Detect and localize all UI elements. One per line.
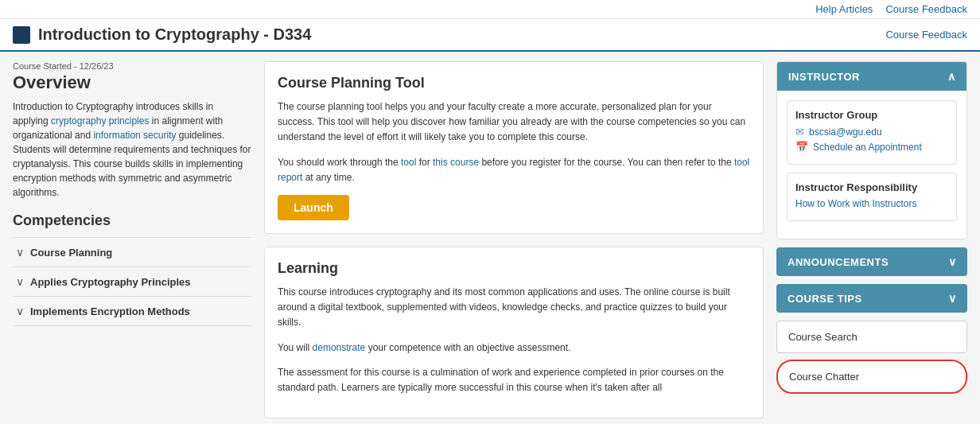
learning-title: Learning — [278, 260, 750, 277]
left-column: Course Started - 12/26/23 Overview Intro… — [13, 61, 251, 418]
instructor-section-header[interactable]: INSTRUCTOR ∧ — [777, 62, 966, 91]
instructor-group-card: Instructor Group ✉ bscsia@wgu.edu 📅 Sche… — [787, 100, 957, 165]
instructor-body: Instructor Group ✉ bscsia@wgu.edu 📅 Sche… — [777, 91, 966, 239]
how-to-work-label: How to Work with Instructors — [795, 198, 916, 209]
competency-item-cryptography[interactable]: ∨ Applies Cryptography Principles — [13, 266, 251, 296]
page-header: Introduction to Cryptography - D334 Cour… — [0, 19, 980, 52]
instructor-responsibility-card: Instructor Responsibility How to Work wi… — [787, 173, 957, 221]
how-to-work-link[interactable]: How to Work with Instructors — [795, 198, 948, 209]
competency-label-course-planning: Course Planning — [30, 247, 112, 259]
schedule-label: Schedule an Appointment — [813, 142, 922, 153]
competency-item-encryption[interactable]: ∨ Implements Encryption Methods — [13, 296, 251, 326]
instructor-email: bscsia@wgu.edu — [809, 126, 882, 138]
learning-text2: You will demonstrate your competence wit… — [278, 340, 750, 356]
chevron-down-icon: ∨ — [16, 305, 24, 317]
learning-section: Learning This course introduces cryptogr… — [264, 247, 764, 418]
right-column: INSTRUCTOR ∧ Instructor Group ✉ bscsia@w… — [776, 61, 967, 418]
chevron-down-icon: ∨ — [16, 246, 24, 259]
planning-tool-title: Course Planning Tool — [278, 75, 750, 91]
learning-text3: The assessment for this course is a culm… — [278, 365, 750, 395]
course-tips-label: COURSE TIPS — [788, 293, 862, 305]
competency-label-cryptography: Applies Cryptography Principles — [30, 276, 191, 288]
help-articles-link[interactable]: Help Articles — [815, 3, 873, 15]
email-icon: ✉ — [795, 126, 804, 138]
course-search-box[interactable]: Course Search — [776, 321, 967, 353]
page-title: Introduction to Cryptography - D334 — [38, 25, 311, 44]
instructor-header-label: INSTRUCTOR — [788, 71, 860, 83]
planning-tool-text2: You should work through the tool for thi… — [278, 155, 750, 185]
planning-tool-text1: The course planning tool helps you and y… — [278, 99, 750, 146]
info-security-link[interactable]: information security — [93, 130, 176, 141]
competency-item-course-planning[interactable]: ∨ Course Planning — [13, 237, 251, 266]
chevron-down-icon: ∨ — [16, 275, 24, 288]
course-feedback-link[interactable]: Course Feedback — [885, 3, 967, 15]
overview-text: Introduction to Cryptography introduces … — [13, 99, 251, 200]
course-chatter-label: Course Chatter — [789, 371, 859, 383]
announcements-section-header[interactable]: ANNOUNCEMENTS ∨ — [776, 247, 967, 276]
launch-button[interactable]: Launch — [278, 195, 349, 220]
overview-title: Overview — [13, 72, 251, 93]
calendar-icon: 📅 — [795, 141, 808, 153]
competency-label-encryption: Implements Encryption Methods — [30, 305, 190, 317]
competencies-title: Competencies — [13, 212, 251, 229]
chevron-up-icon: ∧ — [947, 70, 956, 83]
chevron-down-icon: ∨ — [948, 255, 957, 268]
header-title-group: Introduction to Cryptography - D334 — [13, 25, 311, 44]
main-layout: Course Started - 12/26/23 Overview Intro… — [0, 52, 980, 424]
course-tips-section-header[interactable]: COURSE TIPS ∨ — [776, 284, 967, 313]
course-search-label: Course Search — [788, 331, 858, 343]
chevron-down-icon: ∨ — [948, 292, 957, 305]
top-bar: Help Articles Course Feedback — [0, 0, 980, 19]
learning-text1: This course introduces cryptography and … — [278, 285, 750, 331]
course-icon — [13, 26, 30, 44]
course-planning-tool-section: Course Planning Tool The course planning… — [264, 61, 764, 234]
course-chatter-box[interactable]: Course Chatter — [776, 360, 967, 394]
course-started-label: Course Started - 12/26/23 — [13, 61, 251, 71]
instructor-section: INSTRUCTOR ∧ Instructor Group ✉ bscsia@w… — [776, 61, 967, 239]
course-feedback-header-link[interactable]: Course Feedback — [885, 29, 967, 41]
announcements-label: ANNOUNCEMENTS — [788, 256, 889, 268]
instructor-responsibility-title: Instructor Responsibility — [795, 181, 948, 193]
schedule-appointment-link[interactable]: 📅 Schedule an Appointment — [795, 141, 948, 153]
instructor-group-title: Instructor Group — [795, 109, 948, 121]
instructor-email-link[interactable]: ✉ bscsia@wgu.edu — [795, 126, 948, 138]
cryptography-link[interactable]: cryptography principles — [51, 115, 149, 126]
middle-column: Course Planning Tool The course planning… — [264, 61, 764, 418]
